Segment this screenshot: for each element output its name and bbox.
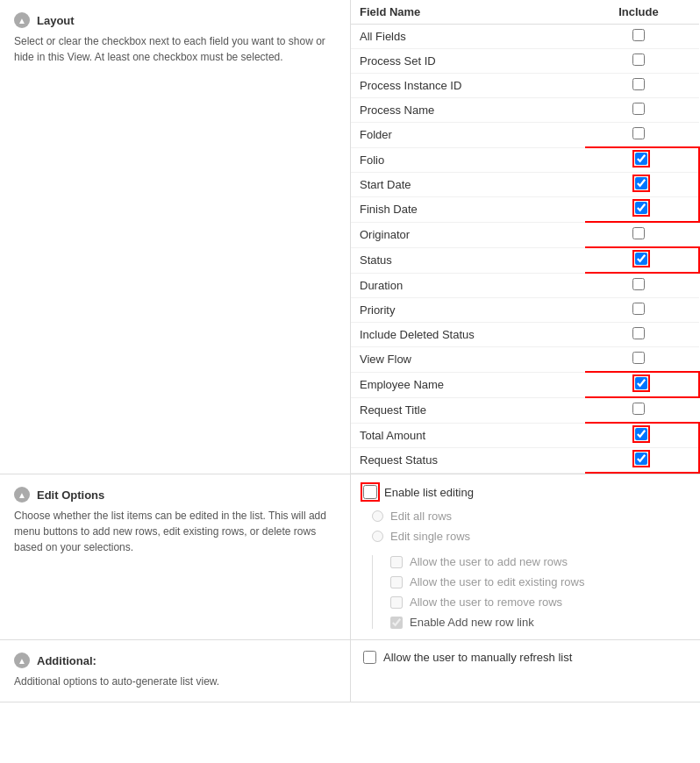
include-checkbox-cell	[585, 147, 699, 173]
enable-list-editing-checkbox[interactable]	[363, 485, 377, 499]
include-checkbox-cell	[585, 98, 699, 123]
sub-option-row: Allow the user to remove rows	[390, 595, 688, 609]
additional-description: Additional options to auto-generate list…	[14, 674, 336, 689]
include-checkbox[interactable]	[632, 352, 645, 364]
edit-single-rows-label: Edit single rows	[390, 530, 470, 543]
edit-mode-radio-group: Edit all rows Edit single rows	[372, 510, 688, 543]
additional-collapse-icon[interactable]: ▲	[14, 652, 30, 668]
include-header: Include	[585, 0, 699, 25]
include-checkbox[interactable]	[635, 377, 647, 389]
include-checkbox[interactable]	[632, 78, 645, 90]
include-checkbox[interactable]	[632, 278, 645, 290]
include-checkbox[interactable]	[632, 103, 645, 115]
table-row: Originator	[351, 222, 699, 247]
additional-title: Additional:	[37, 654, 96, 667]
field-name-cell: Process Name	[351, 98, 585, 123]
table-header-row: Field Name Include	[351, 0, 699, 25]
edit-all-rows-radio[interactable]	[372, 510, 383, 522]
sub-option-label: Allow the user to edit existing rows	[410, 575, 584, 588]
table-row: Status	[351, 247, 699, 273]
include-checkbox-cell	[585, 298, 699, 323]
field-name-cell: Duration	[351, 273, 585, 298]
field-name-cell: Include Deleted Status	[351, 323, 585, 347]
include-checkbox[interactable]	[635, 153, 647, 165]
include-checkbox-cell	[585, 74, 699, 98]
enable-list-editing-row: Enable list editing	[363, 485, 688, 499]
enable-list-editing-label: Enable list editing	[384, 486, 474, 499]
include-checkbox-cell	[585, 197, 699, 223]
additional-content: Allow the user to manually refresh list	[351, 640, 700, 674]
field-name-cell: Request Status	[351, 448, 585, 474]
additional-title-row: ▲ Additional:	[14, 652, 336, 668]
table-row: Process Name	[351, 98, 699, 123]
table-row: Duration	[351, 273, 699, 298]
sub-option-label: Enable Add new row link	[410, 616, 534, 629]
additional-section: ▲ Additional: Additional options to auto…	[0, 640, 700, 702]
table-row: Finish Date	[351, 197, 699, 223]
field-name-cell: Request Title	[351, 397, 585, 423]
table-row: Priority	[351, 298, 699, 323]
edit-options-title-row: ▲ Edit Options	[14, 487, 336, 503]
table-row: Employee Name	[351, 372, 699, 397]
fields-table: Field Name Include All Fields Process Se…	[351, 0, 700, 474]
include-checkbox[interactable]	[632, 127, 645, 139]
sub-option-label: Allow the user to remove rows	[410, 595, 562, 609]
layout-left-panel: ▲ Layout Select or clear the checkbox ne…	[0, 0, 351, 474]
include-checkbox[interactable]	[632, 29, 645, 41]
field-name-cell: Status	[351, 247, 585, 273]
edit-single-rows-radio[interactable]	[372, 531, 383, 542]
include-checkbox[interactable]	[632, 327, 645, 339]
additional-right-panel: Allow the user to manually refresh list	[351, 640, 700, 702]
layout-section: ▲ Layout Select or clear the checkbox ne…	[0, 0, 700, 474]
edit-all-rows-label: Edit all rows	[390, 510, 452, 523]
include-checkbox-cell	[585, 397, 699, 423]
sub-option-checkbox[interactable]	[390, 617, 403, 629]
field-name-cell: Priority	[351, 298, 585, 323]
field-name-cell: View Flow	[351, 347, 585, 373]
allow-refresh-label: Allow the user to manually refresh list	[383, 651, 572, 664]
include-checkbox-cell	[585, 247, 699, 273]
include-checkbox-cell	[585, 423, 699, 448]
include-checkbox[interactable]	[635, 177, 647, 189]
field-name-cell: Originator	[351, 222, 585, 247]
sub-option-label: Allow the user to add new rows	[410, 555, 568, 568]
include-checkbox[interactable]	[632, 227, 645, 239]
field-name-cell: Process Set ID	[351, 49, 585, 74]
field-name-cell: Process Instance ID	[351, 74, 585, 98]
table-row: Process Set ID	[351, 49, 699, 74]
field-name-header: Field Name	[351, 0, 585, 25]
sub-option-row: Enable Add new row link	[390, 616, 688, 629]
table-row: Request Status	[351, 448, 699, 474]
include-checkbox[interactable]	[635, 453, 647, 465]
include-checkbox-cell	[585, 222, 699, 247]
include-checkbox-cell	[585, 25, 699, 49]
edit-options-collapse-icon[interactable]: ▲	[14, 487, 30, 503]
include-checkbox-cell	[585, 173, 699, 197]
field-name-cell: Finish Date	[351, 197, 585, 223]
sub-option-checkbox[interactable]	[390, 576, 403, 588]
include-checkbox[interactable]	[635, 428, 647, 440]
allow-refresh-row: Allow the user to manually refresh list	[363, 651, 688, 664]
include-checkbox-cell	[585, 123, 699, 148]
include-checkbox[interactable]	[632, 303, 645, 315]
allow-refresh-checkbox[interactable]	[363, 651, 376, 664]
sub-options-checkbox-group: Allow the user to add new rows Allow the…	[372, 555, 688, 629]
table-row: All Fields	[351, 25, 699, 49]
edit-options-section: ▲ Edit Options Choose whether the list i…	[0, 474, 700, 640]
sub-option-checkbox[interactable]	[390, 556, 403, 568]
include-checkbox-cell	[585, 323, 699, 347]
layout-collapse-icon[interactable]: ▲	[14, 12, 30, 28]
field-name-cell: Employee Name	[351, 372, 585, 397]
sub-option-row: Allow the user to add new rows	[390, 555, 688, 568]
sub-option-row: Allow the user to edit existing rows	[390, 575, 688, 588]
include-checkbox[interactable]	[635, 253, 647, 265]
table-row: Folder	[351, 123, 699, 148]
include-checkbox[interactable]	[635, 202, 647, 214]
include-checkbox-cell	[585, 273, 699, 298]
additional-left-panel: ▲ Additional: Additional options to auto…	[0, 640, 351, 702]
include-checkbox[interactable]	[632, 403, 645, 415]
table-row: View Flow	[351, 347, 699, 373]
include-checkbox[interactable]	[632, 53, 645, 66]
include-checkbox-cell	[585, 372, 699, 397]
sub-option-checkbox[interactable]	[390, 596, 403, 609]
